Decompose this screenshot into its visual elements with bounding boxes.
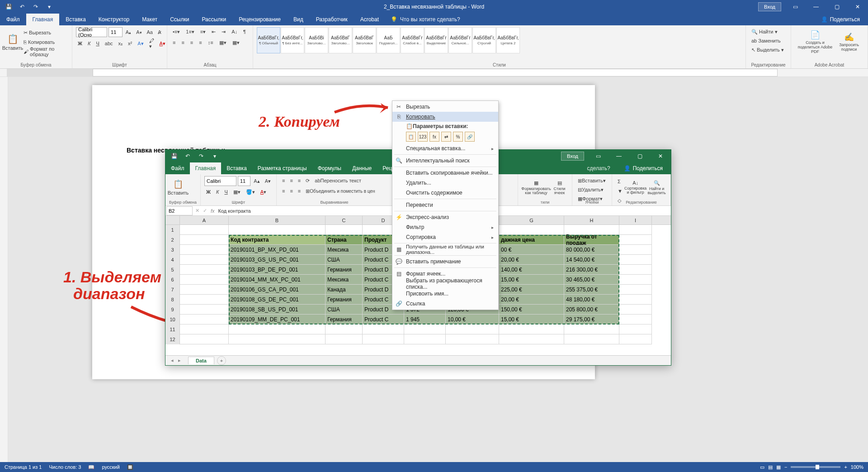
sort-icon[interactable]: A↓	[230, 27, 239, 36]
ctx-dropdown[interactable]: Выбрать из раскрывающегося списка...	[392, 279, 498, 289]
cell[interactable]: 225,00 €	[499, 285, 564, 295]
excel-tab-file[interactable]: Файл	[165, 162, 190, 174]
excel-share-button[interactable]: 👤 Поделиться	[616, 162, 671, 174]
cell[interactable]: Германия	[326, 265, 363, 275]
tab-home[interactable]: Главная	[26, 14, 60, 25]
qat-dropdown-icon[interactable]: ▾	[209, 151, 221, 162]
cell[interactable]	[564, 324, 619, 334]
text-effects-icon[interactable]: A▾	[136, 39, 145, 48]
replace-button[interactable]: ab Заменить	[750, 36, 787, 45]
cell[interactable]: 14 540,00 €	[564, 255, 619, 265]
tab-developer[interactable]: Разработчик	[310, 14, 354, 25]
spellcheck-icon[interactable]: 📖	[88, 464, 94, 470]
cell[interactable]: Выручка от продаж	[564, 235, 619, 245]
fill-color-icon[interactable]: 🪣▾	[244, 187, 257, 196]
align-middle-icon[interactable]: ≡	[288, 176, 294, 185]
view-read-icon[interactable]: ▭	[760, 464, 764, 470]
underline-icon[interactable]: Ч	[94, 39, 101, 48]
cell[interactable]: Германия	[326, 295, 363, 305]
column-header[interactable]: B	[229, 216, 326, 224]
cell[interactable]	[619, 285, 652, 295]
line-spacing-icon[interactable]: ↕≡	[206, 38, 215, 47]
italic-icon[interactable]: К	[214, 187, 221, 196]
grow-font-icon[interactable]: A▴	[252, 176, 261, 186]
column-header[interactable]: I	[619, 216, 652, 224]
font-color-icon[interactable]: A▾	[158, 39, 167, 48]
ctx-hyperlink[interactable]: 🔗Ссылка	[392, 299, 498, 309]
ctx-filter[interactable]: Фильтр▸	[392, 222, 498, 232]
horizontal-ruler[interactable]	[0, 69, 868, 77]
cell[interactable]: Мексика	[326, 275, 363, 285]
row-header[interactable]: 3	[165, 245, 180, 255]
merge-button[interactable]: ⊞ Объединить и поместить в цен	[304, 186, 377, 195]
increase-indent-icon[interactable]: ⇥	[220, 27, 227, 36]
cell[interactable]	[619, 265, 652, 275]
ribbon-display-icon[interactable]: ▭	[785, 0, 806, 14]
justify-icon[interactable]: ≡	[197, 38, 203, 47]
cell[interactable]	[326, 225, 363, 235]
column-header[interactable]: C	[326, 216, 363, 224]
cell[interactable]	[499, 225, 564, 235]
style-item[interactable]: АаБПодзагол...	[377, 27, 400, 53]
cell[interactable]	[180, 334, 229, 344]
nav-last-icon[interactable]: ▸	[178, 358, 181, 363]
show-marks-icon[interactable]: ¶	[241, 27, 248, 36]
format-as-table-button[interactable]: ▦ Форматировать как таблицу	[522, 176, 551, 199]
redo-icon[interactable]: ↷	[195, 151, 207, 162]
create-pdf-button[interactable]: 📄 Создать и поделиться Adobe PDF	[795, 27, 835, 57]
cell[interactable]: 20190108_SB_US_PD_001	[229, 305, 326, 315]
clear-format-icon[interactable]: A̷	[156, 28, 163, 37]
excel-tab-insert[interactable]: Вставка	[221, 162, 252, 174]
row-header[interactable]: 1	[165, 225, 180, 235]
minimize-icon[interactable]: —	[609, 149, 629, 163]
grow-font-icon[interactable]: A▴	[124, 28, 133, 37]
cell[interactable]: 15,00 €	[499, 275, 564, 285]
style-item[interactable]: АаБбВвГг,Строгий	[472, 27, 496, 53]
ctx-insert-copied[interactable]: Вставить скопированные ячейки...	[392, 168, 498, 178]
cell[interactable]: 205 800,00 €	[564, 305, 619, 315]
cell[interactable]: 20190101_BP_MX_PD_001	[229, 245, 326, 255]
name-box[interactable]: B2	[166, 206, 193, 215]
maximize-icon[interactable]: ▢	[826, 0, 847, 14]
ctx-quick-analysis[interactable]: ⚡Экспресс-анализ	[392, 212, 498, 222]
cell[interactable]	[499, 334, 564, 344]
borders-icon[interactable]: ▦▾	[231, 38, 241, 47]
cell[interactable]: США	[326, 255, 363, 265]
align-center-icon[interactable]: ≡	[179, 38, 186, 47]
cell[interactable]: 10,00 €	[446, 315, 499, 324]
orientation-icon[interactable]: ⟳	[304, 176, 311, 185]
cell[interactable]: 216 300,00 €	[564, 265, 619, 275]
cell[interactable]	[446, 334, 499, 344]
cell[interactable]	[446, 324, 499, 334]
tab-mailings[interactable]: Рассылки	[195, 14, 232, 25]
bullets-icon[interactable]: •≡▾	[171, 27, 182, 36]
align-center-icon[interactable]: ≡	[288, 186, 294, 195]
cancel-icon[interactable]: ✕	[195, 208, 199, 214]
row-header[interactable]: 5	[165, 265, 180, 275]
redo-icon[interactable]: ↷	[30, 1, 42, 12]
cell[interactable]	[180, 275, 229, 285]
cell[interactable]	[619, 295, 652, 305]
cells-insert-button[interactable]: ⊞ Вставить ▾	[576, 176, 608, 185]
cell[interactable]	[180, 324, 229, 334]
qat-dropdown-icon[interactable]: ▾	[43, 1, 55, 12]
zoom-in-icon[interactable]: +	[844, 464, 847, 470]
enter-icon[interactable]: ✓	[203, 208, 207, 214]
bold-icon[interactable]: Ж	[76, 39, 84, 48]
login-badge[interactable]: Вход	[758, 2, 781, 11]
undo-icon[interactable]: ↶	[182, 151, 193, 162]
format-painter-button[interactable]: 🖌 Формат по образцу	[22, 47, 68, 56]
paste-formatting-icon[interactable]: %	[453, 132, 463, 142]
row-header[interactable]: 6	[165, 275, 180, 285]
cell[interactable]	[326, 324, 363, 334]
tab-view[interactable]: Вид	[287, 14, 310, 25]
language-indicator[interactable]: русский	[102, 464, 119, 470]
borders-icon[interactable]: ▦▾	[231, 187, 242, 196]
tab-design[interactable]: Конструктор	[92, 14, 136, 25]
cell[interactable]: 20190103_BP_DE_PD_001	[229, 265, 326, 275]
cell[interactable]: 20190103_GS_US_PC_001	[229, 255, 326, 265]
cell[interactable]: 48 180,00 €	[564, 295, 619, 305]
decrease-indent-icon[interactable]: ⇤	[210, 27, 217, 36]
tellme-search[interactable]: 💡 Что вы хотите сделать?	[385, 14, 466, 25]
add-sheet-button[interactable]: +	[217, 356, 226, 365]
